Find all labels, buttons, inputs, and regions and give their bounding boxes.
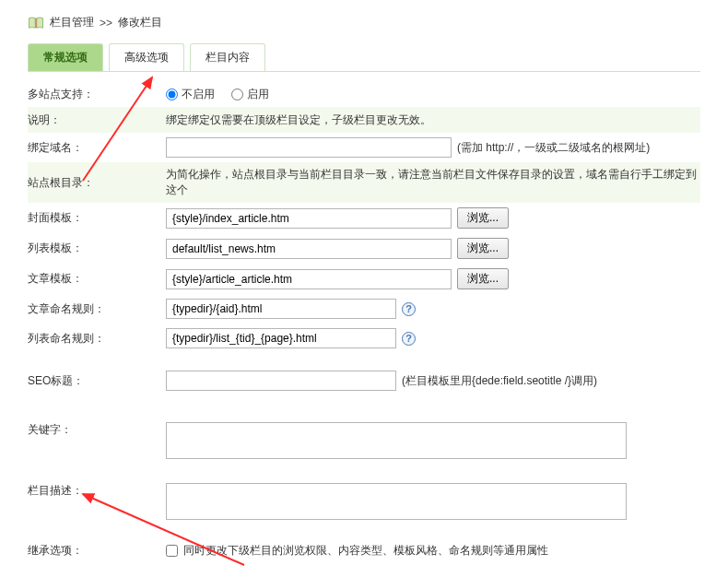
tabs: 常规选项 高级选项 栏目内容 (28, 43, 700, 72)
label-covertpl: 封面模板： (28, 210, 166, 226)
svg-rect-0 (35, 18, 37, 28)
help-icon[interactable]: ? (402, 332, 416, 346)
explain-text: 绑定绑定仅需要在顶级栏目设定，子级栏目更改无效。 (166, 112, 431, 128)
breadcrumb: 栏目管理 >> 修改栏目 (28, 9, 700, 36)
rootdir-text: 为简化操作，站点根目录与当前栏目目录一致，请注意当前栏目文件保存目录的设置，域名… (166, 167, 700, 198)
label-desc: 栏目描述： (28, 483, 166, 499)
inherit-checkbox[interactable] (166, 545, 178, 557)
inherit-text: 同时更改下级栏目的浏览权限、内容类型、模板风格、命名规则等通用属性 (183, 543, 548, 559)
artrule-input[interactable] (166, 299, 396, 319)
breadcrumb-root[interactable]: 栏目管理 (50, 15, 94, 30)
domain-input[interactable] (166, 137, 452, 158)
listrule-input[interactable] (166, 328, 396, 348)
label-multisite: 多站点支持： (28, 87, 166, 102)
browse-list-button[interactable]: 浏览... (457, 238, 509, 259)
breadcrumb-sep: >> (100, 17, 112, 29)
radio-on-input[interactable] (231, 88, 243, 100)
arttpl-input[interactable] (166, 269, 452, 289)
label-listrule: 列表命名规则： (28, 331, 166, 347)
label-rootdir: 站点根目录： (28, 175, 166, 191)
tab-general[interactable]: 常规选项 (28, 43, 103, 71)
label-domain: 绑定域名： (28, 140, 166, 156)
breadcrumb-current: 修改栏目 (118, 15, 162, 30)
listtpl-input[interactable] (166, 239, 452, 259)
domain-hint: (需加 http://，一级或二级域名的根网址) (457, 140, 650, 156)
label-arttpl: 文章模板： (28, 271, 166, 287)
tab-advanced[interactable]: 高级选项 (109, 43, 184, 71)
label-seotitle: SEO标题： (28, 373, 166, 389)
browse-cover-button[interactable]: 浏览... (457, 207, 509, 229)
radio-off-input[interactable] (166, 88, 178, 100)
seo-hint: (栏目模板里用{dede:field.seotitle /}调用) (402, 373, 597, 389)
help-icon[interactable]: ? (402, 302, 416, 316)
label-keywords: 关键字： (28, 422, 166, 438)
keywords-input[interactable] (166, 422, 627, 459)
label-listtpl: 列表模板： (28, 241, 166, 256)
radio-off[interactable]: 不启用 (166, 87, 215, 102)
label-explain: 说明： (28, 112, 166, 128)
radio-on[interactable]: 启用 (231, 87, 269, 102)
tab-content[interactable]: 栏目内容 (190, 43, 265, 71)
seotitle-input[interactable] (166, 371, 396, 391)
label-artrule: 文章命名规则： (28, 301, 166, 317)
browse-art-button[interactable]: 浏览... (457, 268, 509, 289)
covertpl-input[interactable] (166, 208, 452, 229)
label-inherit: 继承选项： (28, 543, 166, 559)
desc-input[interactable] (166, 483, 627, 520)
book-icon (28, 16, 44, 30)
